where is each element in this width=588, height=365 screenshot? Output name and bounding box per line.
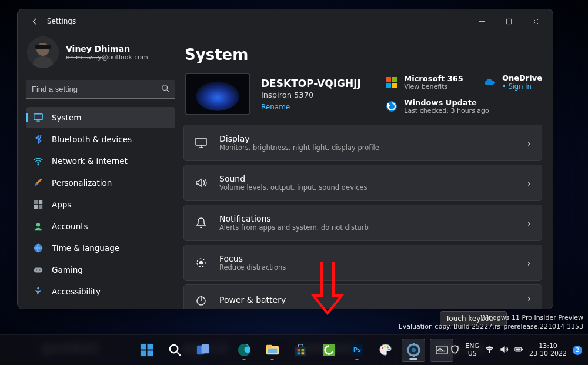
card-sound[interactable]: SoundVolume levels, output, input, sound… (183, 165, 542, 201)
svg-rect-0 (506, 19, 511, 24)
start-button[interactable] (135, 339, 158, 362)
avatar (27, 36, 59, 68)
display-icon (195, 136, 208, 149)
svg-rect-33 (147, 350, 153, 356)
focus-icon (195, 256, 208, 269)
profile-email: dhim...v...y@outlook.com (66, 53, 148, 61)
sound-icon (195, 176, 208, 189)
onedrive-signin[interactable]: Sign In (502, 82, 542, 91)
svg-rect-24 (392, 83, 397, 88)
sidebar-item-personalization[interactable]: Personalization (26, 172, 175, 193)
sidebar-item-label: Accounts (52, 222, 88, 231)
svg-rect-58 (516, 348, 520, 350)
svg-rect-36 (201, 344, 209, 353)
device-name: DESKTOP-VQIGHJJ (261, 78, 361, 89)
tray-volume-icon[interactable] (500, 345, 509, 356)
chevron-right-icon: › (527, 178, 531, 189)
tray-language[interactable]: ENGUS (465, 343, 479, 357)
globe-clock-icon (33, 243, 44, 253)
sidebar-item-system[interactable]: System (26, 107, 175, 128)
quick-onedrive[interactable]: OneDriveSign In (483, 73, 542, 92)
svg-rect-40 (268, 349, 276, 353)
main-scroll[interactable]: System DESKTOP-VQIGHJJ Inspiron 5370 Ren… (183, 33, 550, 309)
svg-point-17 (39, 269, 41, 270)
maximize-button[interactable] (495, 12, 522, 30)
sidebar: Viney Dhiman dhim...v...y@outlook.com Sy… (18, 33, 183, 309)
svg-rect-26 (196, 138, 206, 145)
svg-point-51 (386, 346, 388, 348)
system-tray[interactable]: ENGUS 13:1023-10-2022 2 (436, 343, 582, 357)
notification-badge[interactable]: 2 (573, 346, 582, 355)
task-view-button[interactable] (191, 339, 215, 362)
svg-rect-10 (39, 200, 42, 204)
svg-point-13 (36, 223, 40, 226)
svg-rect-43 (301, 349, 304, 352)
sidebar-item-label: Personalization (52, 178, 112, 187)
card-display[interactable]: DisplayMonitors, brightness, night light… (183, 125, 542, 161)
tray-battery-icon[interactable] (514, 345, 523, 356)
sidebar-item-network[interactable]: Network & internet (26, 150, 175, 172)
back-button[interactable] (25, 11, 45, 31)
paintbrush-icon (33, 178, 44, 188)
card-notifications[interactable]: NotificationsAlerts from apps and system… (183, 205, 542, 241)
sidebar-item-bluetooth[interactable]: Bluetooth & devices (26, 129, 175, 150)
tray-wifi-icon[interactable] (485, 345, 494, 356)
m365-icon (385, 76, 398, 89)
paint-icon[interactable] (373, 339, 397, 362)
store-icon[interactable] (289, 339, 312, 362)
sidebar-item-label: Apps (52, 200, 71, 209)
sidebar-item-label: Bluetooth & devices (52, 135, 132, 144)
svg-rect-45 (301, 352, 304, 354)
touch-keyboard-button[interactable] (430, 339, 453, 362)
sidebar-item-apps[interactable]: Apps (26, 194, 175, 215)
chevron-right-icon: › (527, 293, 531, 304)
accessibility-icon (33, 286, 44, 297)
quick-m365[interactable]: Microsoft 365View benefits (385, 73, 463, 92)
svg-point-52 (387, 349, 389, 350)
close-button[interactable] (522, 12, 549, 30)
desktop-watermark: Windows 11 Pro Insider Preview Evaluatio… (399, 314, 583, 331)
svg-rect-9 (34, 200, 38, 204)
sidebar-item-accessibility[interactable]: Accessibility (26, 281, 175, 302)
svg-point-20 (196, 82, 239, 111)
sidebar-item-time[interactable]: Time & language (26, 237, 175, 259)
sidebar-item-accounts[interactable]: Accounts (26, 216, 175, 237)
profile-name: Viney Dhiman (66, 44, 148, 53)
sidebar-item-label: Gaming (52, 265, 83, 274)
card-focus[interactable]: FocusReduce distractions › (183, 245, 542, 281)
svg-text:Ps: Ps (353, 346, 361, 353)
onedrive-icon (483, 76, 496, 89)
profile-block[interactable]: Viney Dhiman dhim...v...y@outlook.com (26, 35, 175, 75)
sidebar-item-label: System (52, 113, 81, 122)
search-button[interactable] (163, 339, 186, 362)
svg-point-34 (169, 345, 177, 353)
photoshop-icon[interactable]: Ps (345, 339, 369, 362)
svg-rect-30 (140, 344, 146, 350)
svg-rect-4 (35, 45, 51, 49)
taskbar: Ps ENGUS 13:1023-10-2022 2 (0, 334, 588, 365)
svg-rect-41 (295, 347, 306, 356)
edge-icon[interactable] (232, 339, 256, 362)
apps-icon (33, 199, 44, 210)
svg-rect-23 (386, 83, 391, 88)
device-rename-link[interactable]: Rename (261, 103, 361, 111)
search-box[interactable] (26, 80, 175, 99)
wifi-icon (33, 156, 44, 166)
svg-rect-59 (522, 348, 523, 350)
svg-point-49 (382, 347, 383, 349)
sidebar-item-label: Network & internet (52, 156, 128, 166)
svg-rect-12 (39, 205, 42, 209)
quick-windows-update[interactable]: Windows UpdateLast checked: 3 hours ago (385, 98, 542, 116)
chevron-right-icon: › (527, 217, 531, 229)
card-power[interactable]: Power & battery › (183, 284, 542, 309)
sidebar-item-gaming[interactable]: Gaming (26, 259, 175, 280)
minimize-button[interactable] (468, 12, 495, 30)
settings-icon[interactable] (402, 339, 425, 362)
explorer-icon[interactable] (260, 339, 284, 362)
camtasia-icon[interactable] (317, 339, 340, 362)
taskbar-apps: Ps (135, 339, 453, 362)
device-thumbnail (185, 73, 250, 115)
tray-clock[interactable]: 13:1023-10-2022 (529, 343, 567, 357)
search-input[interactable] (32, 85, 161, 93)
svg-point-50 (384, 346, 386, 347)
